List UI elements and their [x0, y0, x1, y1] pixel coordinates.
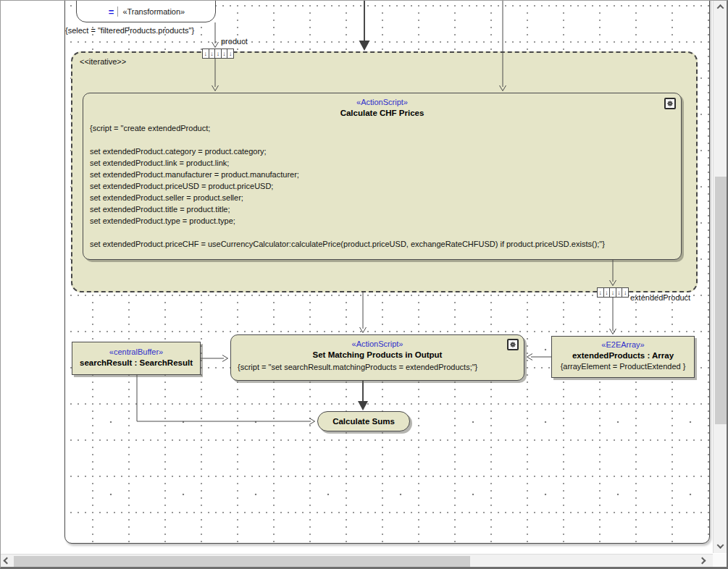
transformation-node[interactable]: = «Transformation»: [76, 0, 216, 22]
calc-chf-title: Calculate CHF Prices: [83, 108, 681, 119]
equals-icon: =: [107, 7, 116, 17]
e2e-array-stereotype: «E2EArray»: [552, 337, 694, 350]
down-arrow-icon: ↓: [598, 288, 603, 297]
e2e-array-node[interactable]: «E2EArray» extendedProducts : Array {arr…: [551, 336, 695, 378]
set-matching-stereotype: «ActionScript»: [231, 335, 524, 350]
set-matching-script: {script = "set searchResult.matchingProd…: [231, 361, 524, 373]
down-arrow-icon: ↓: [221, 49, 227, 58]
down-arrow-icon: ↓: [609, 288, 616, 297]
down-arrow-icon: ↓: [209, 49, 215, 58]
extended-product-output-pin[interactable]: ↓ ↓ ↓ ↓ ↓: [597, 287, 629, 298]
calculate-sums-label: Calculate Sums: [332, 416, 395, 427]
set-matching-action-node[interactable]: «ActionScript» Set Matching Products in …: [230, 334, 524, 381]
central-buffer-name: searchResult : SearchResult: [72, 358, 200, 368]
product-input-pin[interactable]: ↓ ↓ ↓ ↓ ↓: [202, 49, 234, 59]
calc-chf-action-node[interactable]: «ActionScript» Calculate CHF Prices {scr…: [83, 93, 682, 260]
calc-chf-stereotype: «ActionScript»: [83, 93, 681, 108]
down-arrow-icon: ↓: [214, 49, 221, 58]
calculate-sums-node[interactable]: Calculate Sums: [317, 411, 410, 431]
e2e-array-constraint: {arrayElement = ProductExtended }: [552, 361, 694, 372]
edge-buffer-to-sums[interactable]: [137, 375, 311, 421]
filled-arrowhead-icon: [359, 41, 370, 51]
transformation-stereotype: «Transformation»: [122, 7, 185, 16]
gear-icon: [507, 339, 519, 350]
gear-icon: [664, 98, 676, 109]
down-arrow-icon: ↓: [203, 49, 209, 58]
down-arrow-icon: ↓: [622, 288, 628, 297]
central-buffer-stereotype: «centralBuffer»: [72, 342, 200, 358]
e2e-array-name: extendedProducts : Array: [552, 350, 694, 361]
icon-divider: [117, 7, 118, 17]
down-arrow-icon: ↓: [616, 288, 622, 297]
edges-layer: [1, 1, 728, 569]
filled-arrowhead-icon: [358, 401, 368, 410]
down-arrow-icon: ↓: [227, 49, 233, 58]
central-buffer-node[interactable]: «centralBuffer» searchResult : SearchRes…: [72, 342, 201, 375]
diagram-editor-window: <<iterative>>: [0, 0, 728, 569]
calc-chf-script: {script = "create extendedProduct; set e…: [90, 122, 674, 250]
set-matching-title: Set Matching Products in Output: [231, 350, 524, 361]
down-arrow-icon: ↓: [603, 288, 610, 297]
